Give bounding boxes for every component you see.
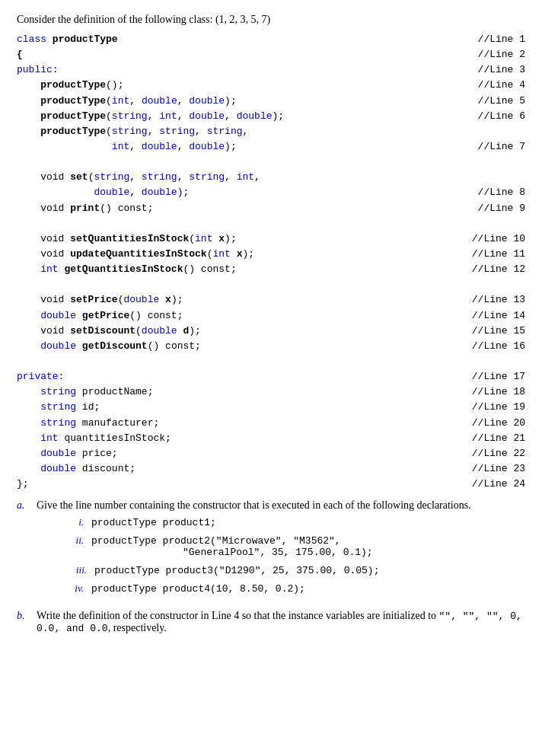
code-line-6: productType(string, int, double, double)… [17, 109, 525, 124]
sub-label-iii: iii. [64, 564, 87, 576]
question-b-text: Write the definition of the constructor … [37, 610, 525, 634]
code-line-13: void setPrice(double x); //Line 13 [17, 292, 525, 308]
code-line-8b: double, double); //Line 8 [17, 185, 525, 200]
sub-item-iii: iii. productType product3("D1290", 25, 3… [64, 564, 471, 576]
questions-section: a. Give the line number containing the c… [17, 499, 525, 634]
code-line-9: void print() const; //Line 9 [17, 201, 525, 216]
sub-item-iv: iv. productType product4(10, 8.50, 0.2); [64, 582, 471, 595]
question-b: b. Write the definition of the construct… [17, 610, 525, 634]
code-line-18: string productName; //Line 18 [17, 384, 525, 400]
code-line-19: string id; //Line 19 [17, 400, 525, 415]
sub-questions: i. productType product1; ii. productType… [64, 516, 471, 595]
code-line-blank3 [17, 277, 525, 292]
code-line-2: { //Line 2 [17, 47, 525, 62]
sub-label-ii: ii. [64, 534, 84, 547]
code-line-3: public: //Line 3 [17, 62, 525, 78]
code-line-12: int getQuantitiesInStock() const; //Line… [17, 262, 525, 277]
code-line-4: productType(); //Line 4 [17, 78, 525, 93]
sub-code-i: productType product1; [91, 517, 216, 528]
code-line-15: void setDiscount(double d); //Line 15 [17, 324, 525, 339]
code-line-20: string manufacturer; //Line 20 [17, 416, 525, 431]
code-line-11: void updateQuantitiesInStock(int x); //L… [17, 247, 525, 262]
question-a-label: a. [17, 499, 30, 601]
code-line-blank4 [17, 354, 525, 369]
code-line-blank1 [17, 155, 525, 170]
code-line-16: double getDiscount() const; //Line 16 [17, 339, 525, 354]
code-line-7b: int, double, double); //Line 7 [17, 139, 525, 155]
code-line-23: double discount; //Line 23 [17, 461, 525, 477]
question-b-text-part2: , respectively. [108, 622, 167, 633]
sub-label-iv: iv. [64, 582, 84, 595]
code-line-7a: productType(string, string, string, [17, 124, 525, 139]
sub-code-ii: productType product2("Microwave", "M3562… [91, 535, 373, 558]
code-line-10: void setQuantitiesInStock(int x); //Line… [17, 231, 525, 247]
question-a: a. Give the line number containing the c… [17, 499, 525, 601]
sub-code-iii: productType product3("D1290", 25, 375.00… [94, 565, 379, 576]
code-line-1: class productType //Line 1 [17, 32, 525, 47]
question-a-text: Give the line number containing the cons… [37, 499, 471, 511]
code-line-17: private: //Line 17 [17, 369, 525, 384]
code-line-8a: void set(string, string, string, int, [17, 170, 525, 185]
code-line-5: productType(int, double, double); //Line… [17, 94, 525, 109]
code-line-14: double getPrice() const; //Line 14 [17, 308, 525, 324]
sub-item-i: i. productType product1; [64, 516, 471, 528]
code-block: class productType //Line 1 { //Line 2 pu… [17, 32, 525, 492]
sub-item-ii: ii. productType product2("Microwave", "M… [64, 534, 471, 558]
sub-label-i: i. [64, 516, 84, 528]
code-line-22: double price; //Line 22 [17, 446, 525, 461]
code-line-24: }; //Line 24 [17, 477, 525, 492]
question-b-label: b. [17, 610, 30, 634]
question-b-text-part1: Write the definition of the constructor … [37, 610, 439, 621]
code-line-blank2 [17, 216, 525, 231]
intro-text: Consider the definition of the following… [17, 14, 525, 26]
code-line-21: int quantitiesInStock; //Line 21 [17, 431, 525, 446]
sub-code-iv: productType product4(10, 8.50, 0.2); [91, 583, 305, 595]
